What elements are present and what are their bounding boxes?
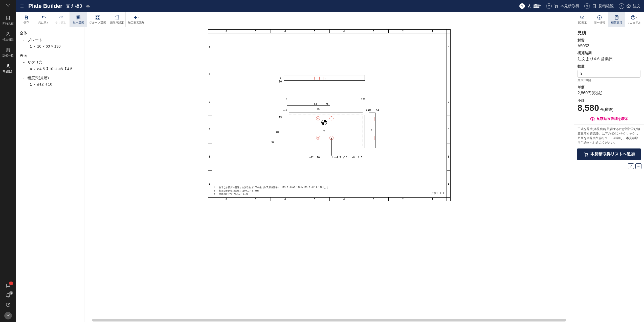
rail-label: 簡易設計: [3, 70, 14, 73]
rail-custom-consult[interactable]: 特注相談: [0, 28, 16, 44]
rail-label: 即時見積: [3, 22, 14, 26]
layers-icon: [5, 47, 11, 53]
undo-button[interactable]: 元に戻す: [35, 12, 52, 27]
app-title: Plate Builder: [28, 3, 62, 9]
save-button[interactable]: 保存: [18, 12, 35, 27]
dim-55: 55: [314, 102, 317, 105]
add-to-quote-list-button[interactable]: 本見積取得リストへ追加: [577, 148, 641, 160]
info-icon: [597, 15, 602, 20]
zone-label: 4: [329, 198, 359, 201]
group-select-icon: [95, 15, 100, 20]
cube-icon: [580, 15, 585, 20]
svg-point-4: [529, 5, 530, 5]
nav-rail: 即時見積 特注相談 設備一括 簡易設計: [0, 0, 16, 322]
svg-rect-18: [615, 16, 618, 19]
horizontal-scrollbar[interactable]: [92, 319, 566, 321]
zone-label: A: [208, 170, 212, 198]
zone-label: 6: [271, 198, 300, 201]
manual-button[interactable]: ▾マニュアル: [625, 12, 642, 27]
zone-label: 7: [241, 198, 271, 201]
tree-node-plate[interactable]: ▾プレート: [18, 37, 82, 44]
undo-icon: [41, 15, 46, 20]
zone-label: F: [208, 33, 212, 61]
add-feature-button[interactable]: ▾加工要素追加: [126, 12, 147, 27]
help-icon[interactable]: [6, 302, 11, 307]
svg-rect-16: [98, 18, 99, 19]
rail-simple-design[interactable]: 簡易設計: [0, 60, 16, 76]
zone-label: 1: [418, 30, 447, 33]
chamfer-button[interactable]: 面取り設定: [108, 12, 125, 27]
drawing-scale: 尺度: 1:1: [431, 191, 444, 195]
zone-label: 5: [300, 198, 329, 201]
document-name: 支え板3: [66, 3, 82, 9]
svg-rect-15: [96, 18, 98, 19]
tree-section-all[interactable]: 全体: [18, 30, 82, 37]
bell-icon[interactable]: [6, 293, 11, 298]
drawing-canvas[interactable]: ↕ 10 + 0 130 55 75 65: [84, 27, 574, 322]
tree-node-counterbore[interactable]: ▾ザグリ穴: [18, 59, 82, 66]
basic-info-button[interactable]: 基本情報: [591, 12, 608, 27]
feature-tree: 全体 ▾プレート 1▸10 × 60 × 130 表面 ▾ザグリ穴 4▸⌀4.5…: [16, 27, 84, 322]
tree-node-precisionhole[interactable]: ▾精度穴(貫通): [18, 75, 82, 81]
toolbar: 保存 元に戻す やり直し 単一選択 グループ選択 面取り設定 ▾加工要素追加 3…: [16, 12, 644, 27]
rail-instant-estimate[interactable]: 即時見積: [0, 12, 16, 28]
hole-marker: [329, 116, 334, 120]
rail-label: 設備一括: [3, 54, 14, 57]
zone-label: 2: [388, 30, 418, 33]
zone-label: B: [208, 143, 212, 171]
zone-label: 5: [300, 30, 329, 33]
dim-thickness: 10: [279, 80, 282, 83]
progress-steps: 1設計 2本見積取得 3見積確認 4注文: [519, 3, 640, 9]
zone-label: 6: [271, 30, 300, 33]
zone-label: 2: [388, 198, 418, 201]
leadtime-value: 注文より4-6 営業日: [578, 56, 640, 62]
zone-label: C: [208, 116, 212, 143]
caret-right-icon: ▸: [34, 68, 35, 70]
chat-icon[interactable]: [6, 283, 11, 288]
estimate-note: 正式な見積(本見積)を取得するには設計及び概算見積を確認後、以下のボタンをクリッ…: [574, 124, 644, 147]
tree-leaf-counterbore[interactable]: 4▸⌀4.5 ↧10 ⊔ ⌀8 ↧4.5: [18, 66, 82, 73]
cart-add-icon: [583, 152, 588, 157]
collapse-panel-button[interactable]: ⤢: [628, 163, 634, 169]
unitprice-label: 単価: [578, 85, 640, 90]
svg-rect-14: [98, 16, 99, 17]
save-icon: [24, 15, 29, 20]
svg-point-2: [8, 64, 8, 65]
compass-icon: [5, 63, 11, 69]
calculator-icon: [592, 4, 596, 8]
avatar-circle[interactable]: [4, 312, 12, 319]
material-label: 材質: [578, 38, 640, 43]
cg-marker: [321, 120, 327, 125]
step-order[interactable]: 4注文: [619, 3, 640, 9]
svg-point-6: [557, 7, 557, 8]
step-quote[interactable]: 2本見積取得: [546, 3, 579, 9]
caret-down-icon: ▾: [23, 61, 26, 64]
tree-leaf-plate-dim[interactable]: 1▸10 × 60 × 130: [18, 44, 82, 50]
svg-rect-11: [77, 16, 80, 19]
step-design[interactable]: 1設計: [519, 3, 541, 9]
view3d-button[interactable]: 3D表示: [574, 12, 591, 27]
redo-button[interactable]: やり直し: [52, 12, 70, 27]
dim-15: 15: [279, 116, 282, 119]
single-select-button[interactable]: 単一選択: [70, 12, 87, 27]
single-select-icon: [76, 15, 81, 20]
tree-leaf-precisionhole[interactable]: 1▸⌀12 ↧10: [18, 81, 82, 88]
titlebar: Plate Builder 支え板3 1設計 2本見積取得 3見積確認 4注文: [16, 0, 644, 12]
fit-width-button[interactable]: ↔: [635, 163, 641, 169]
compass-icon: [527, 4, 531, 8]
brand-logo[interactable]: [0, 0, 16, 12]
zone-label: 8: [212, 198, 241, 201]
rail-batch[interactable]: 設備一括: [0, 44, 16, 60]
qty-input[interactable]: [578, 70, 640, 78]
tree-section-surface[interactable]: 表面: [18, 52, 82, 59]
zone-label: F: [447, 33, 450, 61]
group-select-button[interactable]: グループ選択: [87, 12, 108, 27]
detail-link[interactable]: 見積結果詳細を表示: [578, 113, 640, 123]
zone-label: A: [447, 170, 450, 198]
unitprice-value: 2,860円(税抜): [578, 91, 640, 96]
step-confirm[interactable]: 3見積確認: [584, 3, 614, 9]
help-icon: ▾: [631, 15, 637, 20]
hamburger-icon[interactable]: [20, 4, 25, 8]
estimate-view-button[interactable]: 概算見積: [608, 12, 625, 27]
hole-marker: [316, 116, 320, 120]
